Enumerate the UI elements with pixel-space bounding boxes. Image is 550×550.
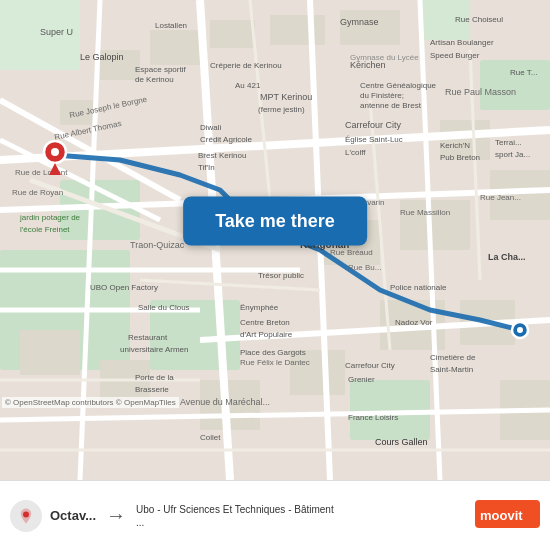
- svg-text:Pub Breton: Pub Breton: [440, 153, 480, 162]
- svg-text:Place des Gargots: Place des Gargots: [240, 348, 306, 357]
- svg-text:Saint-Martin: Saint-Martin: [430, 365, 473, 374]
- svg-rect-12: [340, 10, 400, 45]
- svg-text:Au 421: Au 421: [235, 81, 261, 90]
- svg-text:Carrefour City: Carrefour City: [345, 120, 402, 130]
- svg-text:jardin potager de: jardin potager de: [19, 213, 81, 222]
- route-to-label: Ubo - Ufr Sciences Et Techniques - Bâtim…: [136, 503, 336, 529]
- svg-text:Brasserie: Brasserie: [135, 385, 169, 394]
- svg-text:Avenue du Maréchal...: Avenue du Maréchal...: [180, 397, 270, 407]
- svg-text:L'colff: L'colff: [345, 148, 366, 157]
- svg-text:Créperie de Kerinou: Créperie de Kerinou: [210, 61, 282, 70]
- svg-text:Diwali: Diwali: [200, 123, 222, 132]
- svg-rect-21: [20, 330, 80, 375]
- location-icon: [10, 500, 42, 532]
- svg-text:Trésor public: Trésor public: [258, 271, 304, 280]
- svg-text:sport Ja...: sport Ja...: [495, 150, 530, 159]
- svg-text:l'école Freinet: l'école Freinet: [20, 225, 70, 234]
- svg-text:Centre Breton: Centre Breton: [240, 318, 290, 327]
- svg-text:Rue T...: Rue T...: [510, 68, 537, 77]
- svg-text:Rue Bréaud: Rue Bréaud: [330, 248, 373, 257]
- bottom-bar: Octav... → Ubo - Ufr Sciences Et Techniq…: [0, 480, 550, 550]
- map-attribution: © OpenStreetMap contributors © OpenMapTi…: [2, 397, 179, 408]
- svg-text:Rue Choiseul: Rue Choiseul: [455, 15, 503, 24]
- svg-text:Cours Gallen: Cours Gallen: [375, 437, 428, 447]
- svg-text:Gymnase du Lycée: Gymnase du Lycée: [350, 53, 419, 62]
- svg-text:d'Art Populaire: d'Art Populaire: [240, 330, 293, 339]
- route-from-label: Octav...: [50, 508, 96, 523]
- svg-text:UBO Open Factory: UBO Open Factory: [90, 283, 158, 292]
- svg-text:Traon-Quizac: Traon-Quizac: [130, 240, 185, 250]
- svg-text:Rue de Lorient: Rue de Lorient: [15, 168, 68, 177]
- svg-text:Crédit Agricole: Crédit Agricole: [200, 135, 253, 144]
- svg-text:Carrefour City: Carrefour City: [345, 361, 395, 370]
- svg-text:moovit: moovit: [480, 508, 523, 523]
- svg-text:universitaire Armen: universitaire Armen: [120, 345, 188, 354]
- svg-text:Espace sportif: Espace sportif: [135, 65, 186, 74]
- svg-rect-9: [150, 30, 200, 65]
- route-arrow-icon: →: [106, 504, 126, 527]
- svg-text:Speed Burger: Speed Burger: [430, 51, 480, 60]
- svg-rect-11: [270, 15, 325, 45]
- svg-point-113: [51, 148, 59, 156]
- svg-rect-10: [210, 20, 255, 48]
- svg-text:Collet: Collet: [200, 433, 221, 442]
- svg-text:Rue Massillon: Rue Massillon: [400, 208, 450, 217]
- svg-text:Ënymphée: Ënymphée: [240, 303, 279, 312]
- svg-text:Restaurant: Restaurant: [128, 333, 168, 342]
- svg-text:Rue Bu...: Rue Bu...: [348, 263, 381, 272]
- svg-text:Super U: Super U: [40, 27, 73, 37]
- svg-text:Le Galopin: Le Galopin: [80, 52, 124, 62]
- take-me-there-button[interactable]: Take me there: [183, 196, 367, 245]
- svg-text:du Finistère;: du Finistère;: [360, 91, 404, 100]
- svg-text:La Cha...: La Cha...: [488, 252, 526, 262]
- svg-text:Église Saint-Luc: Église Saint-Luc: [345, 135, 403, 144]
- svg-text:Gymnase: Gymnase: [340, 17, 379, 27]
- svg-text:Rue Paul Masson: Rue Paul Masson: [445, 87, 516, 97]
- svg-text:Centre Généalogique: Centre Généalogique: [360, 81, 437, 90]
- route-info: Octav... → Ubo - Ufr Sciences Et Techniq…: [10, 500, 475, 532]
- svg-text:France Loisirs: France Loisirs: [348, 413, 398, 422]
- svg-text:Nadoz Vor: Nadoz Vor: [395, 318, 433, 327]
- svg-text:MPT Kerinou: MPT Kerinou: [260, 92, 312, 102]
- svg-text:(ferme jestin): (ferme jestin): [258, 105, 305, 114]
- svg-text:Tif'In: Tif'In: [198, 163, 215, 172]
- svg-text:Artisan Boulanger: Artisan Boulanger: [430, 38, 494, 47]
- svg-text:Terrai...: Terrai...: [495, 138, 522, 147]
- svg-text:Police nationale: Police nationale: [390, 283, 447, 292]
- app: Super U Lostallen Gymnase Rue Choiseul A…: [0, 0, 550, 550]
- svg-text:Lostallen: Lostallen: [155, 21, 187, 30]
- moovit-logo: moovit: [475, 500, 540, 532]
- svg-point-116: [517, 327, 523, 333]
- svg-text:Cimetière de: Cimetière de: [430, 353, 476, 362]
- svg-text:Rue Félix le Dantec: Rue Félix le Dantec: [240, 358, 310, 367]
- svg-text:Brest Kerinou: Brest Kerinou: [198, 151, 246, 160]
- svg-text:Rue Jean...: Rue Jean...: [480, 193, 521, 202]
- svg-text:Rue de Royan: Rue de Royan: [12, 188, 63, 197]
- svg-text:de Kerinou: de Kerinou: [135, 75, 174, 84]
- svg-text:Grenier: Grenier: [348, 375, 375, 384]
- svg-text:Kerich'N: Kerich'N: [440, 141, 470, 150]
- map-container: Super U Lostallen Gymnase Rue Choiseul A…: [0, 0, 550, 480]
- svg-text:Porte de la: Porte de la: [135, 373, 174, 382]
- svg-text:antenne de Brest: antenne de Brest: [360, 101, 422, 110]
- svg-text:Salle du Clous: Salle du Clous: [138, 303, 190, 312]
